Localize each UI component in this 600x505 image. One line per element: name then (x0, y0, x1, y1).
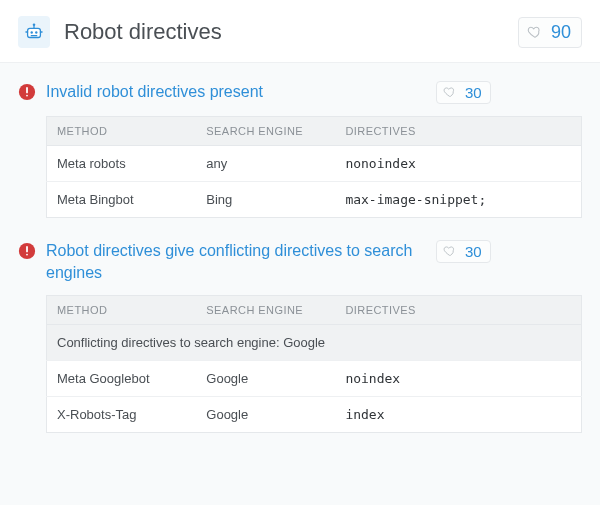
issue-title-link[interactable]: Invalid robot directives present (46, 81, 426, 103)
issue-score-badge[interactable]: 30 (436, 240, 491, 263)
page-title: Robot directives (64, 19, 518, 45)
cell-engine: Bing (196, 182, 335, 218)
svg-point-4 (35, 31, 37, 33)
page-score-badge[interactable]: 90 (518, 17, 582, 48)
table-header-row: METHOD SEARCH ENGINE DIRECTIVES (47, 296, 582, 325)
col-header-engine: SEARCH ENGINE (196, 296, 335, 325)
issue-score-badge[interactable]: 30 (436, 81, 491, 104)
table-group-row: Conflicting directives to search engine:… (47, 325, 582, 361)
cell-directives: nonoindex (335, 146, 581, 182)
alert-icon (18, 83, 36, 101)
svg-point-3 (31, 31, 33, 33)
cell-method: Meta Googlebot (47, 361, 197, 397)
cell-directives: noindex (335, 361, 581, 397)
col-header-method: METHOD (47, 296, 197, 325)
page-root: Robot directives 90 Invali (0, 0, 600, 505)
issues-content: Invalid robot directives present 30 METH… (0, 63, 600, 505)
issue-header: Robot directives give conflicting direct… (18, 240, 582, 283)
page-score-value: 90 (551, 22, 571, 43)
table-row: Meta Googlebot Google noindex (47, 361, 582, 397)
svg-rect-9 (26, 87, 28, 93)
group-row-label: Conflicting directives to search engine:… (47, 325, 582, 361)
cell-method: Meta robots (47, 146, 197, 182)
alert-icon (18, 242, 36, 260)
heart-icon (443, 244, 459, 260)
cell-method: Meta Bingbot (47, 182, 197, 218)
col-header-engine: SEARCH ENGINE (196, 117, 335, 146)
cell-engine: any (196, 146, 335, 182)
heart-icon (527, 24, 543, 40)
robot-icon (18, 16, 50, 48)
issue-block-invalid: Invalid robot directives present 30 METH… (18, 81, 582, 218)
svg-point-0 (33, 23, 36, 26)
col-header-method: METHOD (47, 117, 197, 146)
issue-header: Invalid robot directives present 30 (18, 81, 582, 104)
svg-rect-10 (26, 95, 28, 97)
table-header-row: METHOD SEARCH ENGINE DIRECTIVES (47, 117, 582, 146)
table-row: Meta robots any nonoindex (47, 146, 582, 182)
directives-table-invalid: METHOD SEARCH ENGINE DIRECTIVES Meta rob… (46, 116, 582, 218)
cell-engine: Google (196, 397, 335, 433)
issue-block-conflicting: Robot directives give conflicting direct… (18, 240, 582, 433)
cell-directives: max-image-snippet; (335, 182, 581, 218)
issue-score-value: 30 (465, 84, 482, 101)
issue-title-link[interactable]: Robot directives give conflicting direct… (46, 240, 426, 283)
directives-table-conflicting: METHOD SEARCH ENGINE DIRECTIVES Conflict… (46, 295, 582, 433)
cell-method: X-Robots-Tag (47, 397, 197, 433)
cell-directives: index (335, 397, 581, 433)
table-row: Meta Bingbot Bing max-image-snippet; (47, 182, 582, 218)
col-header-directives: DIRECTIVES (335, 117, 581, 146)
page-header: Robot directives 90 (0, 0, 600, 63)
table-row: X-Robots-Tag Google index (47, 397, 582, 433)
col-header-directives: DIRECTIVES (335, 296, 581, 325)
svg-rect-13 (26, 254, 28, 256)
cell-engine: Google (196, 361, 335, 397)
svg-rect-12 (26, 246, 28, 252)
heart-icon (443, 85, 459, 101)
issue-score-value: 30 (465, 243, 482, 260)
